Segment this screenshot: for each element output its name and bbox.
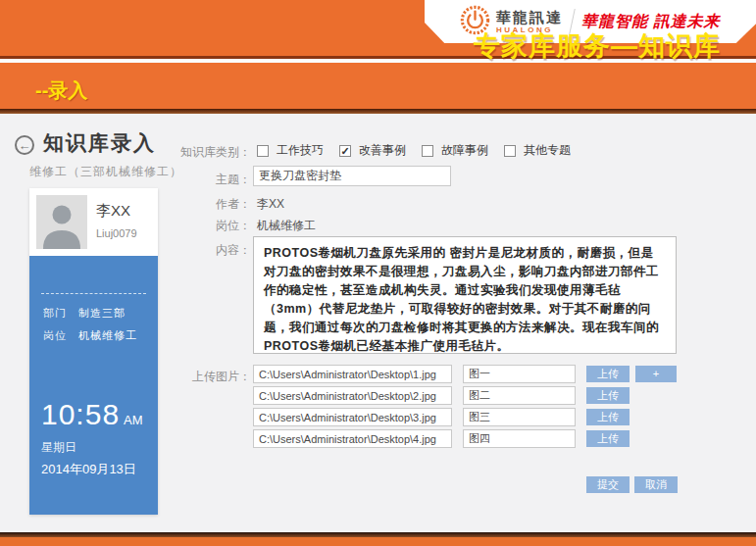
upload-path-input[interactable] <box>253 429 452 448</box>
upload-button[interactable]: 上传 <box>586 366 630 382</box>
category-option-0[interactable]: 工作技巧 <box>257 142 324 159</box>
add-upload-row-button[interactable]: + <box>635 366 677 382</box>
category-checkbox-3[interactable] <box>504 145 516 157</box>
category-checkbox-0[interactable] <box>257 145 269 157</box>
dept-label: 部门 <box>43 306 78 321</box>
knowledge-entry-page: 華龍訊達 HUALONG 華龍智能 訊達未来 专家库服务—知识库 --录入 ← … <box>0 0 756 546</box>
back-button[interactable]: ← <box>15 135 34 155</box>
category-option-label: 改善事例 <box>359 142 406 159</box>
subject-input[interactable] <box>253 166 451 186</box>
dept-row: 部门 制造三部 <box>43 306 158 321</box>
clock-widget: 10:58AM 星期日 2014年09月13日 <box>41 398 158 478</box>
author-value: 李XX <box>257 196 284 213</box>
banner-title: 专家库服务—知识库 <box>474 28 721 64</box>
author-label: 作者： <box>173 196 251 213</box>
post-row: 岗位 机械维修工 <box>43 328 158 343</box>
clock-time: 10:58 <box>41 398 120 430</box>
entry-mode-label: --录入 <box>35 77 87 104</box>
profile-card-header: 李XX Liuj0079 <box>29 188 158 256</box>
profile-card: 李XX Liuj0079 部门 制造三部 岗位 机械维修工 10:58AM 星期… <box>29 188 158 515</box>
card-dashed-divider <box>41 293 146 294</box>
category-option-3[interactable]: 其他专题 <box>504 142 571 159</box>
upload-caption-input[interactable] <box>463 386 576 405</box>
upload-button[interactable]: 上传 <box>586 409 630 425</box>
category-option-2[interactable]: 故障事例 <box>422 142 488 159</box>
upload-path-input[interactable] <box>253 386 452 405</box>
logo-name-cn: 華龍訊達 <box>496 10 563 25</box>
content-textarea[interactable]: PROTOS卷烟机刀盘原先采用的 密封片是尼龙材质的，耐磨损，但是对刀盘的密封效… <box>253 236 677 354</box>
submit-button[interactable]: 提交 <box>586 476 630 493</box>
clock-ampm: AM <box>124 413 143 427</box>
post-field-label: 岗位： <box>173 218 251 234</box>
upload-caption-input[interactable] <box>463 365 576 383</box>
upload-button[interactable]: 上传 <box>586 430 630 447</box>
user-id: Liuj0079 <box>96 227 137 239</box>
category-checkbox-1[interactable] <box>339 145 351 157</box>
upload-caption-input[interactable] <box>463 429 576 448</box>
subject-label: 主题： <box>173 172 251 188</box>
page-title: 知识库录入 <box>43 129 156 157</box>
dept-value: 制造三部 <box>78 306 126 321</box>
upload-path-input[interactable] <box>253 408 452 426</box>
cancel-button[interactable]: 取消 <box>634 476 678 493</box>
category-checkbox-2[interactable] <box>422 145 433 157</box>
footer-bar <box>0 537 756 546</box>
category-label: 知识库类别： <box>173 144 251 161</box>
category-option-1[interactable]: 改善事例 <box>339 142 406 159</box>
post-value: 机械维修工 <box>78 328 137 343</box>
avatar <box>36 195 87 249</box>
category-option-label: 故障事例 <box>441 142 488 159</box>
category-option-label: 工作技巧 <box>277 142 324 159</box>
upload-caption-input[interactable] <box>463 408 576 426</box>
category-checkbox-group: 工作技巧 改善事例 故障事例 其他专题 <box>257 142 571 159</box>
divider-line <box>0 109 756 114</box>
upload-button[interactable]: 上传 <box>586 387 630 404</box>
content-label: 内容： <box>173 242 251 259</box>
post-label: 岗位 <box>43 328 78 343</box>
clock-weekday: 星期日 <box>41 439 158 456</box>
upload-label: 上传图片： <box>173 369 251 385</box>
clock-date: 2014年09月13日 <box>41 461 158 478</box>
sub-banner <box>0 63 756 109</box>
user-name: 李XX <box>96 202 137 221</box>
upload-path-input[interactable] <box>253 365 452 383</box>
category-option-label: 其他专题 <box>524 142 571 159</box>
page-subtitle: 维修工（三部机械维修工） <box>29 164 182 180</box>
post-field-value: 机械维修工 <box>257 218 316 234</box>
